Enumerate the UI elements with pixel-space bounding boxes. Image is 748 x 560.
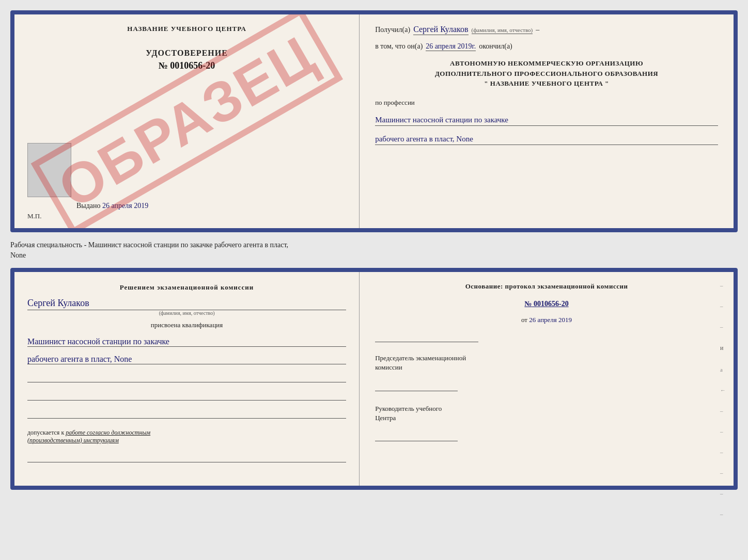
recipient-name: Сергей Кулаков [413,25,468,35]
completion-date: 26 апреля 2019г. [426,42,476,51]
po-professii-label: по профессии [375,99,718,107]
vydano-date: 26 апреля 2019 [102,202,148,210]
cert-left-panel: НАЗВАНИЕ УЧЕБНОГО ЦЕНТРА ОБРАЗЕЦ УДОСТОВ… [14,14,360,228]
rukovoditel-line1: Руководитель учебного [375,405,442,412]
predsedatel-text: Председатель экзаменационной комиссии [375,354,718,372]
dopuskaetsya-work: работе согласно должностным [66,429,150,436]
certificate-top: НАЗВАНИЕ УЧЕБНОГО ЦЕНТРА ОБРАЗЕЦ УДОСТОВ… [10,10,738,232]
osnovanie-text: Основание: протокол экзаменационной коми… [375,282,718,291]
poluchil-dash: – [536,26,539,34]
profession-line2: рабочего агента в пласт, None [375,135,718,145]
ot-line: от 26 апреля 2019 [375,316,718,324]
vydano-line: Выдано 26 апреля 2019 [76,202,148,210]
predsedatel-line2: комиссии [375,363,402,371]
num-label: № [524,300,532,308]
dopuskaetsya-block: допускается к работе согласно должностны… [27,429,346,444]
poluchil-label: Получил(а) [375,26,410,34]
dopuskaetsya-instructions: (производственным) инструкциям [27,437,119,444]
okonchil-label: окончил(а) [479,42,512,51]
predsedatel-sign-line [375,382,458,391]
description-line1: Рабочая специальность - Машинист насосно… [10,241,288,249]
org-line2: ДОПОЛНИТЕЛЬНОГО ПРОФЕССИОНАЛЬНОГО ОБРАЗО… [375,69,718,79]
vtom-line: в том, что он(а) 26 апреля 2019г. окончи… [375,42,718,51]
bottom-name-block: Сергей Кулаков (фамилия, имя, отчество) [27,298,346,316]
profession-line1: Машинист насосной станции по закачке [375,116,718,126]
org-line1: АВТОНОМНУЮ НЕКОММЕРЧЕСКУЮ ОРГАНИЗАЦИЮ [375,58,718,69]
description-block: Рабочая специальность - Машинист насосно… [10,237,738,263]
rukovoditel-text: Руководитель учебного Центра [375,404,718,423]
cert-bottom-right: Основание: протокол экзаменационной коми… [360,272,734,486]
org-block: АВТОНОМНУЮ НЕКОММЕРЧЕСКУЮ ОРГАНИЗАЦИЮ ДО… [375,58,718,89]
name-subtext-top: (фамилия, имя, отчество) [472,27,533,34]
certificate-bottom: Решением экзаменационной комиссии Сергей… [10,268,738,490]
protocol-date: 26 апреля 2019 [529,316,572,324]
qualification-line2: рабочего агента в пласт, None [27,355,346,364]
blank-line-3 [27,408,346,419]
protocol-num: № 0010656-20 [375,300,718,308]
ot-label: от [521,316,527,324]
watermark-stamp: ОБРАЗЕЦ [30,10,343,232]
rukovoditel-line2: Центра [375,414,396,422]
prisvoena-text: присвоена квалификация [27,321,346,329]
dopuskaetsya-label: допускается к [27,429,64,436]
bottom-recipient-name: Сергей Кулаков [27,298,346,310]
right-blank-line [375,332,478,342]
org-line3: " НАЗВАНИЕ УЧЕБНОГО ЦЕНТРА " [375,78,718,89]
cert-number: № 0010656-20 [27,60,346,71]
udostoverenie-block: УДОСТОВЕРЕНИЕ № 0010656-20 [27,49,346,71]
photo-placeholder [27,143,71,197]
bottom-name-subtext: (фамилия, имя, отчество) [27,310,346,316]
udostoverenie-title: УДОСТОВЕРЕНИЕ [27,49,346,58]
rukovoditel-sign-line [375,432,458,441]
qualification-line1: Машинист насосной станции по закачке [27,337,346,347]
cert-right-panel: Получил(а) Сергей Кулаков (фамилия, имя,… [360,14,734,228]
description-line2: None [10,251,26,259]
vtom-label: в том, что он(а) [375,42,423,51]
predsedatel-line1: Председатель экзаменационной [375,354,466,362]
poluchil-line: Получил(а) Сергей Кулаков (фамилия, имя,… [375,25,718,35]
cert-bottom-left: Решением экзаменационной комиссии Сергей… [14,272,360,486]
protocol-number: 0010656-20 [534,300,569,308]
blank-line-4 [27,452,346,462]
resheniem-text: Решением экзаменационной комиссии [27,282,346,293]
center-title: НАЗВАНИЕ УЧЕБНОГО ЦЕНТРА [27,25,346,33]
decorative-dashes: – – – и а ← – – – – – – [720,282,726,517]
mp-label: М.П. [27,212,41,220]
blank-line-2 [27,390,346,401]
vydano-label: Выдано [76,202,101,210]
blank-line-1 [27,372,346,382]
